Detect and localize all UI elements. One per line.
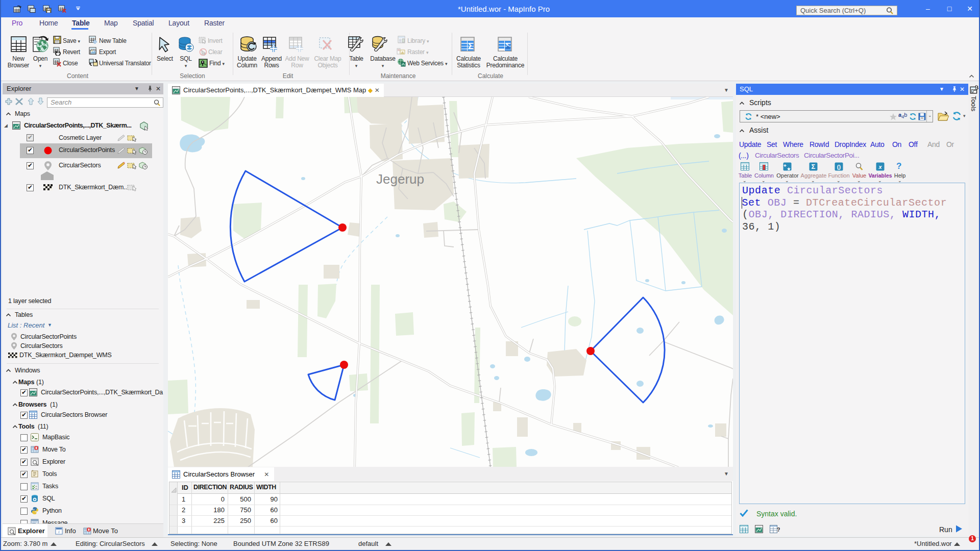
svg-text:Σ: Σ [812,163,816,170]
svg-text:Σ: Σ [468,41,473,51]
svg-text:?: ? [777,527,780,533]
svg-text:Jegerup: Jegerup [376,171,424,187]
svg-text:x: x [878,164,882,170]
svg-text:(): () [837,164,841,170]
